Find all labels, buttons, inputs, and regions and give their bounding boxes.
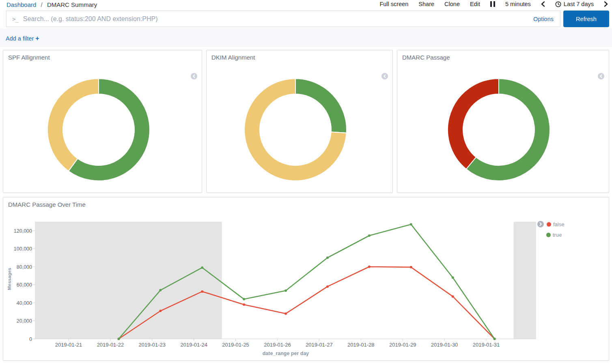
options-link[interactable]: Options bbox=[533, 16, 554, 22]
svg-text:2019-01-29: 2019-01-29 bbox=[389, 342, 416, 348]
legend-true-dot bbox=[546, 233, 551, 237]
refresh-interval-button[interactable]: 5 minutes bbox=[505, 1, 531, 7]
time-forward-button[interactable] bbox=[604, 1, 608, 7]
svg-text:2019-01-24: 2019-01-24 bbox=[180, 342, 207, 348]
search-input[interactable] bbox=[23, 15, 533, 23]
chevron-right-icon bbox=[604, 1, 608, 7]
x-axis-title: date_range per day bbox=[245, 351, 326, 356]
legend-collapse-icon[interactable] bbox=[381, 73, 388, 79]
svg-text:100,000: 100,000 bbox=[14, 246, 32, 252]
dkim-donut-chart[interactable] bbox=[239, 73, 352, 186]
panel-dmarc-passage: DMARC Passage bbox=[397, 50, 609, 193]
panel-title: DMARC Passage Over Time bbox=[8, 201, 86, 208]
svg-text:20,000: 20,000 bbox=[17, 318, 32, 324]
panel-dkim-alignment: DKIM Alignment bbox=[206, 50, 393, 193]
dmarc-donut-chart[interactable] bbox=[442, 73, 556, 186]
top-menu: Full screen Share Clone Edit 5 minutes L… bbox=[379, 1, 608, 7]
svg-text:2019-01-21: 2019-01-21 bbox=[55, 342, 82, 348]
svg-text:0: 0 bbox=[29, 336, 32, 342]
svg-text:40,000: 40,000 bbox=[17, 300, 32, 306]
chevron-left-icon bbox=[541, 1, 545, 7]
time-range-label: Last 7 days bbox=[564, 1, 594, 7]
breadcrumb-separator: / bbox=[41, 1, 43, 8]
svg-text:2019-01-26: 2019-01-26 bbox=[264, 342, 291, 348]
svg-text:60,000: 60,000 bbox=[17, 282, 32, 288]
svg-text:2019-01-25: 2019-01-25 bbox=[222, 342, 249, 348]
breadcrumb: Dashboard / DMARC Summary bbox=[6, 1, 97, 8]
svg-text:2019-01-27: 2019-01-27 bbox=[306, 342, 333, 348]
svg-text:2019-01-28: 2019-01-28 bbox=[347, 342, 375, 348]
spf-donut-chart[interactable] bbox=[42, 73, 155, 186]
y-axis-title: Messages bbox=[7, 255, 12, 303]
time-back-button[interactable] bbox=[541, 1, 545, 7]
svg-text:120,000: 120,000 bbox=[14, 228, 32, 234]
svg-text:2019-01-22: 2019-01-22 bbox=[97, 342, 124, 348]
panel-dmarc-passage-over-time: 2019-01-212019-01-222019-01-232019-01-24… bbox=[3, 197, 609, 361]
breadcrumb-dashboard-link[interactable]: Dashboard bbox=[6, 1, 36, 8]
legend-collapse-icon[interactable] bbox=[598, 73, 604, 79]
svg-text:2019-01-31: 2019-01-31 bbox=[473, 342, 500, 348]
panel-title: DKIM Alignment bbox=[211, 54, 255, 61]
chart-legend: false true bbox=[537, 221, 564, 242]
refresh-button[interactable]: Refresh bbox=[563, 11, 609, 27]
clock-icon bbox=[555, 1, 561, 7]
kibana-dashboard-app: Dashboard / DMARC Summary Full screen Sh… bbox=[0, 0, 612, 364]
add-filter-link[interactable]: Add a filter+ bbox=[6, 35, 39, 42]
plus-icon: + bbox=[35, 35, 39, 42]
svg-text:80,000: 80,000 bbox=[17, 264, 32, 270]
panel-spf-alignment: SPF Allignment bbox=[3, 50, 202, 193]
legend-row-true: true bbox=[546, 231, 564, 238]
panel-title: DMARC Passage bbox=[402, 54, 450, 61]
breadcrumb-current: DMARC Summary bbox=[47, 1, 97, 8]
svg-text:2019-01-30: 2019-01-30 bbox=[431, 342, 458, 348]
query-prompt-icon: >_ bbox=[12, 16, 18, 22]
svg-text:2019-01-23: 2019-01-23 bbox=[139, 342, 166, 348]
edit-button[interactable]: Edit bbox=[470, 1, 480, 7]
clone-button[interactable]: Clone bbox=[444, 1, 460, 7]
time-picker-button[interactable]: Last 7 days bbox=[555, 1, 594, 7]
legend-row-false: false bbox=[537, 221, 564, 228]
full-screen-button[interactable]: Full screen bbox=[379, 1, 408, 7]
legend-false-dot bbox=[547, 222, 551, 227]
top-navigation: Dashboard / DMARC Summary Full screen Sh… bbox=[0, 0, 612, 10]
share-button[interactable]: Share bbox=[418, 1, 434, 7]
panel-title: SPF Allignment bbox=[8, 54, 50, 61]
filter-bar: Add a filter+ bbox=[0, 28, 612, 47]
legend-true-label[interactable]: true bbox=[553, 232, 562, 238]
legend-false-label[interactable]: false bbox=[553, 221, 564, 227]
search-bar: >_ Options bbox=[6, 11, 560, 27]
legend-collapse-icon[interactable] bbox=[191, 73, 197, 79]
timeline-line-chart[interactable]: 2019-01-212019-01-222019-01-232019-01-24… bbox=[3, 197, 610, 361]
pause-refresh-icon[interactable] bbox=[490, 1, 495, 7]
legend-expand-icon[interactable] bbox=[537, 221, 544, 227]
